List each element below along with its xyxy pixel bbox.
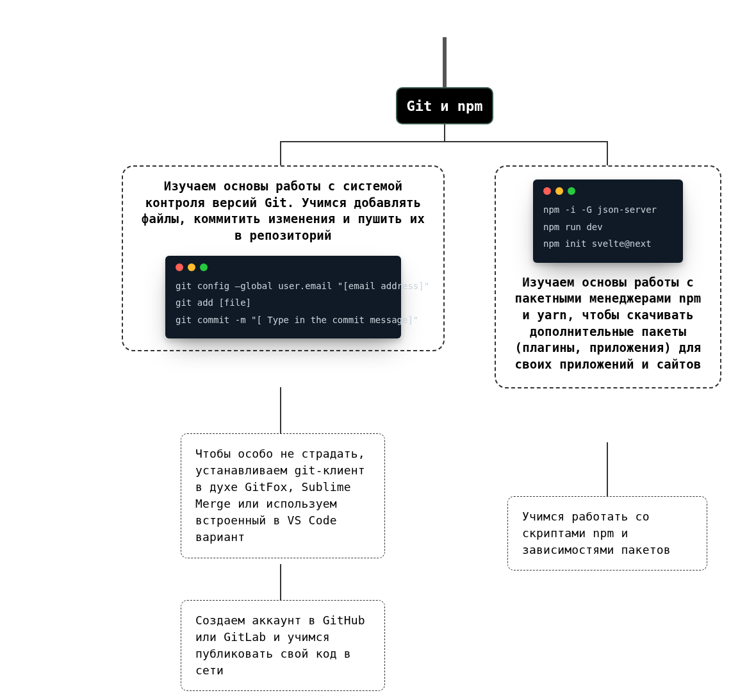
npm-scripts-text: Учимся работать со скриптами npm и завис… [522, 508, 693, 558]
root-node: Git и npm [396, 87, 493, 124]
zoom-dot-icon [568, 187, 575, 195]
close-dot-icon [543, 187, 551, 195]
connector [280, 141, 281, 165]
connector [607, 442, 608, 496]
root-label: Git и npm [406, 98, 482, 114]
connector [280, 564, 281, 600]
window-controls-icon [543, 187, 673, 195]
window-controls-icon [176, 263, 391, 271]
terminal-line: npm -i -G json-server [543, 201, 673, 219]
connector [444, 124, 445, 142]
terminal-line: npm run dev [543, 219, 673, 236]
terminal-line: git add [file] [176, 294, 391, 312]
connector [280, 387, 281, 433]
github-text: Создаем аккаунт в GitHub или GitLab и уч… [195, 612, 370, 679]
git-client-card: Чтобы особо не страдать, устанавливаем g… [181, 433, 385, 558]
terminal-git: git config —global user.email "[email ad… [165, 256, 401, 339]
minimize-dot-icon [188, 263, 195, 271]
minimize-dot-icon [555, 187, 563, 195]
close-dot-icon [176, 263, 183, 271]
github-card: Создаем аккаунт в GitHub или GitLab и уч… [181, 600, 385, 691]
npm-card: npm -i -G json-server npm run dev npm in… [495, 165, 721, 388]
connector [280, 141, 608, 142]
terminal-line: git commit -m "[ Type in the commit mess… [176, 312, 391, 329]
zoom-dot-icon [200, 263, 208, 271]
incoming-connector [443, 37, 447, 87]
terminal-npm: npm -i -G json-server npm run dev npm in… [533, 179, 683, 263]
npm-card-title: Изучаем основы работы с пакетными менедж… [507, 274, 709, 373]
connector [607, 141, 608, 165]
git-card: Изучаем основы работы с системой контрол… [122, 165, 445, 351]
git-client-text: Чтобы особо не страдать, устанавливаем g… [195, 446, 370, 546]
npm-scripts-card: Учимся работать со скриптами npm и завис… [507, 496, 707, 571]
terminal-line: npm init svelte@next [543, 235, 673, 253]
terminal-line: git config —global user.email "[email ad… [176, 278, 391, 295]
git-card-title: Изучаем основы работы с системой контрол… [138, 178, 428, 244]
